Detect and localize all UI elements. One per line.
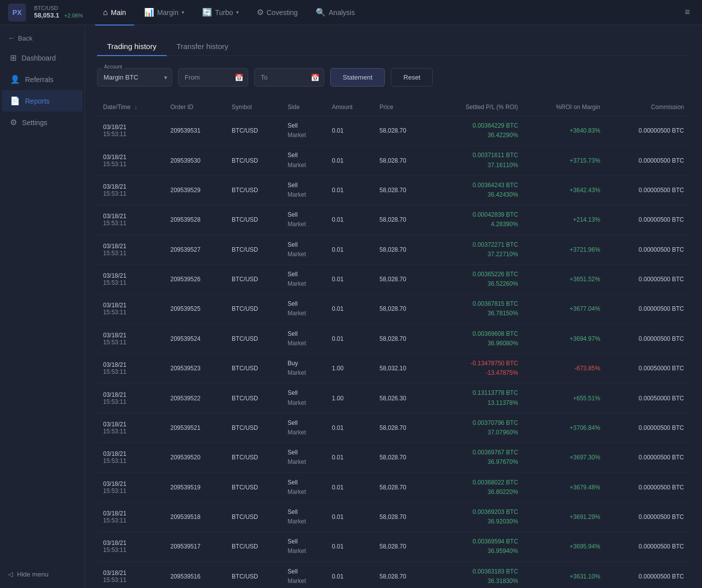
analysis-icon: 🔍 [316, 8, 326, 17]
col-symbol[interactable]: Symbol [226, 99, 282, 116]
nav-items: ⌂ Main 📊 Margin ▾ 🔄 Turbo ▾ ⚙ Covesting … [95, 4, 681, 21]
cell-roi: +3631.10% [524, 561, 606, 588]
col-pnl[interactable]: Settled P/L (% ROI) [430, 99, 524, 116]
col-datetime[interactable]: Date/Time ↓ [97, 99, 164, 116]
cell-pnl: 0.13113778 BTC 13.11378% [430, 383, 524, 413]
from-date-input[interactable] [178, 68, 248, 87]
col-commission[interactable]: Commission [606, 99, 690, 116]
col-side[interactable]: Side [282, 99, 326, 116]
cell-pnl: 0.00367815 BTC 36.78150% [430, 294, 524, 324]
cell-pnl: -0.13478750 BTC -13.47875% [430, 354, 524, 383]
cell-orderid: 209539527 [164, 235, 226, 264]
ticker-change: +2.06% [64, 13, 83, 19]
cell-price: 58,028.70 [374, 324, 430, 353]
home-icon: ⌂ [103, 8, 108, 17]
page-tabs: Trading history Transfer history [97, 37, 690, 56]
cell-roi: +3640.83% [524, 116, 606, 146]
cell-amount: 0.01 [326, 294, 373, 324]
cell-roi: +3677.04% [524, 294, 606, 324]
sort-icon: ↓ [134, 104, 137, 111]
cell-commission: 0.00000500 BTC [606, 561, 690, 588]
cell-roi: +3715.73% [524, 146, 606, 175]
sidebar-item-dashboard[interactable]: ⊞ Dashboard [2, 47, 83, 69]
margin-dropdown-icon: ▾ [182, 10, 184, 15]
cell-symbol: BTC/USD [226, 324, 282, 353]
account-select[interactable]: Margin BTC Spot BTC Futures [97, 68, 172, 87]
sidebar-item-settings[interactable]: ⚙ Settings [2, 112, 83, 133]
cell-orderid: 209539519 [164, 472, 226, 502]
nav-analysis[interactable]: 🔍 Analysis [308, 4, 363, 21]
cell-datetime: 03/18/2115:53:11 [97, 146, 164, 175]
nav-analysis-label: Analysis [329, 9, 355, 17]
col-orderid[interactable]: Order ID [164, 99, 226, 116]
cell-symbol: BTC/USD [226, 264, 282, 294]
nav-turbo[interactable]: 🔄 Turbo ▾ [194, 4, 247, 21]
cell-symbol: BTC/USD [226, 561, 282, 588]
cell-amount: 0.01 [326, 324, 373, 353]
cell-amount: 0.01 [326, 205, 373, 235]
table-body: 03/18/2115:53:11 209539531 BTC/USD SellM… [97, 116, 690, 589]
cell-orderid: 209539521 [164, 413, 226, 442]
back-label: Back [18, 35, 33, 42]
back-button[interactable]: ← Back [0, 29, 85, 47]
table-row: 03/18/2115:53:11 209539527 BTC/USD SellM… [97, 235, 690, 264]
referrals-icon: 👤 [10, 75, 20, 84]
cell-price: 58,028.70 [374, 472, 430, 502]
col-price[interactable]: Price [374, 99, 430, 116]
tab-transfer-history[interactable]: Transfer history [167, 37, 239, 56]
cell-orderid: 209539529 [164, 175, 226, 205]
nav-main[interactable]: ⌂ Main [95, 4, 134, 21]
nav-covesting[interactable]: ⚙ Covesting [249, 4, 306, 21]
reset-button[interactable]: Reset [391, 68, 433, 87]
table-row: 03/18/2115:53:11 209539517 BTC/USD SellM… [97, 532, 690, 561]
cell-side: SellMarket [282, 413, 326, 442]
cell-side: SellMarket [282, 146, 326, 175]
cell-amount: 1.00 [326, 354, 373, 383]
cell-orderid: 209539518 [164, 502, 226, 531]
cell-commission: 0.00050000 BTC [606, 383, 690, 413]
cell-pnl: 0.00372271 BTC 37.22710% [430, 235, 524, 264]
col-roi[interactable]: %ROI on Margin [524, 99, 606, 116]
to-date-input[interactable] [254, 68, 324, 87]
hamburger-menu[interactable]: ≡ [680, 3, 694, 22]
cell-pnl: 0.00371611 BTC 37.16110% [430, 146, 524, 175]
cell-amount: 0.01 [326, 264, 373, 294]
cell-price: 58,028.70 [374, 532, 430, 561]
back-arrow-icon: ← [8, 34, 15, 42]
hide-menu-button[interactable]: ◁ Hide menu [0, 564, 85, 584]
cell-price: 58,032.10 [374, 354, 430, 383]
cell-datetime: 03/18/2115:53:11 [97, 532, 164, 561]
cell-side: SellMarket [282, 116, 326, 146]
nav-margin[interactable]: 📊 Margin ▾ [136, 4, 192, 21]
cell-commission: 0.00000500 BTC [606, 294, 690, 324]
table-row: 03/18/2115:53:11 209539525 BTC/USD SellM… [97, 294, 690, 324]
cell-amount: 0.01 [326, 443, 373, 472]
cell-side: SellMarket [282, 502, 326, 531]
cell-side: SellMarket [282, 264, 326, 294]
col-amount[interactable]: Amount [326, 99, 373, 116]
cell-commission: 0.00050000 BTC [606, 354, 690, 383]
top-navigation: PX BTC/USD 58,053.1 +2.06% ⌂ Main 📊 Marg… [0, 0, 702, 25]
sidebar-item-referrals[interactable]: 👤 Referrals [2, 69, 83, 90]
cell-pnl: 0.00368022 BTC 36.80220% [430, 472, 524, 502]
nav-main-label: Main [111, 9, 126, 17]
cell-amount: 0.01 [326, 175, 373, 205]
cell-price: 58,026.30 [374, 383, 430, 413]
cell-symbol: BTC/USD [226, 413, 282, 442]
cell-datetime: 03/18/2115:53:11 [97, 116, 164, 146]
statement-button[interactable]: Statement [330, 68, 385, 87]
sidebar-item-reports[interactable]: 📄 Reports [2, 90, 83, 112]
table-row: 03/18/2115:53:11 209539519 BTC/USD SellM… [97, 472, 690, 502]
ticker: BTC/USD 58,053.1 +2.06% [34, 5, 83, 20]
tab-trading-history[interactable]: Trading history [97, 37, 167, 56]
cell-symbol: BTC/USD [226, 146, 282, 175]
table-row: 03/18/2115:53:11 209539523 BTC/USD BuyMa… [97, 354, 690, 383]
turbo-dropdown-icon: ▾ [236, 10, 239, 15]
cell-symbol: BTC/USD [226, 205, 282, 235]
from-date-filter: 📅 [178, 68, 248, 87]
cell-symbol: BTC/USD [226, 502, 282, 531]
table-row: 03/18/2115:53:11 209539520 BTC/USD SellM… [97, 443, 690, 472]
reports-icon: 📄 [10, 96, 20, 106]
cell-roi: +3642.43% [524, 175, 606, 205]
cell-pnl: 0.00365226 BTC 36.52260% [430, 264, 524, 294]
